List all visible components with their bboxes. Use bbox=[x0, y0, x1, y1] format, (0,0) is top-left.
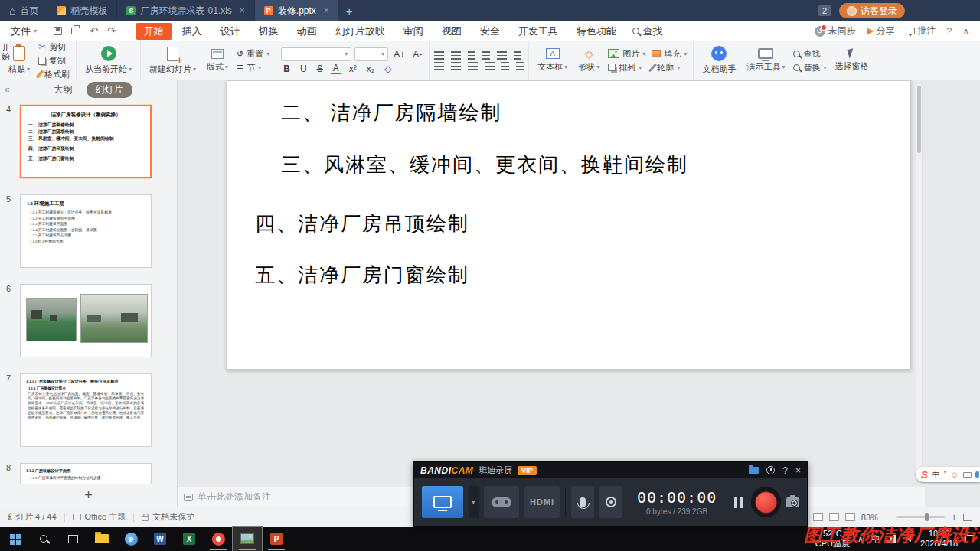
tab-view[interactable]: 视图 bbox=[433, 23, 470, 40]
replace-button[interactable]: 替换▾ bbox=[792, 62, 828, 73]
slide-thumbnail-7[interactable]: 1.1.1 厂房装修设计简介：设计任务、绘图方法及标准 1.1.1 厂房装修设计… bbox=[20, 373, 152, 447]
close-icon[interactable]: × bbox=[795, 465, 801, 476]
new-tab-button[interactable]: + bbox=[338, 5, 361, 18]
vertical-scrollbar[interactable] bbox=[916, 83, 923, 482]
ime-language-toggle[interactable]: 中 bbox=[932, 469, 940, 481]
align-right-icon[interactable] bbox=[468, 62, 478, 70]
sogou-logo[interactable]: S bbox=[921, 469, 928, 481]
justify-icon[interactable] bbox=[485, 62, 495, 70]
columns-icon[interactable] bbox=[516, 62, 524, 70]
excel-button[interactable]: X bbox=[175, 527, 204, 551]
protection-indicator[interactable]: 文档未保护 bbox=[134, 511, 202, 523]
superscript-button[interactable]: x² bbox=[347, 64, 359, 74]
outline-button[interactable]: 轮廓▾ bbox=[650, 62, 688, 73]
decrease-indent-icon[interactable] bbox=[468, 51, 475, 60]
tab-transition[interactable]: 切换 bbox=[250, 23, 287, 40]
tab-animation[interactable]: 动画 bbox=[289, 23, 325, 40]
keyboard-icon[interactable] bbox=[963, 472, 972, 478]
close-tab-icon[interactable]: × bbox=[324, 5, 329, 16]
recorder-app-button[interactable] bbox=[204, 527, 233, 551]
sync-status-button[interactable]: ↺ 未同步 bbox=[815, 24, 856, 37]
output-folder-icon[interactable] bbox=[749, 467, 759, 474]
action-center-icon[interactable] bbox=[965, 535, 975, 543]
save-icon[interactable] bbox=[54, 27, 62, 35]
taskbar-search-button[interactable] bbox=[29, 527, 58, 551]
format-painter-button[interactable]: 格式刷 bbox=[37, 69, 71, 80]
schedule-icon[interactable] bbox=[766, 466, 775, 474]
start-button[interactable] bbox=[0, 527, 29, 551]
tab-review[interactable]: 审阅 bbox=[395, 23, 432, 40]
slide-text-line[interactable]: 五、洁净厂房门窗绘制 bbox=[255, 262, 469, 289]
tray-expand-icon[interactable]: ∧ bbox=[858, 534, 864, 544]
align-center-icon[interactable] bbox=[451, 62, 461, 70]
text-direction-icon[interactable] bbox=[514, 51, 521, 60]
find-button[interactable]: 查找 bbox=[792, 48, 828, 60]
file-explorer-button[interactable] bbox=[87, 527, 116, 551]
tab-slides[interactable]: 幻灯片 bbox=[87, 82, 132, 98]
add-slide-button[interactable]: + bbox=[72, 487, 105, 504]
tab-docer[interactable]: 稻壳模板 bbox=[47, 0, 116, 21]
arrange-button[interactable]: 排列▾ bbox=[606, 62, 647, 73]
clock-widget[interactable]: 10:45 2020/4/18 bbox=[920, 529, 958, 549]
strikethrough-button[interactable]: S bbox=[315, 64, 325, 74]
underline-button[interactable]: U bbox=[298, 64, 309, 74]
pause-button[interactable] bbox=[731, 497, 746, 508]
tab-slideshow[interactable]: 幻灯片放映 bbox=[327, 23, 394, 40]
slide-thumbnail-5[interactable]: 1.1 环境施工工期 1.1.1 开工时建设简介：设计任务、绘图方法及标准 1.… bbox=[20, 194, 152, 268]
photos-app-button[interactable] bbox=[233, 527, 262, 551]
help-icon[interactable]: ? bbox=[782, 465, 788, 476]
tab-insert[interactable]: 插入 bbox=[174, 23, 211, 40]
find-menu-button[interactable]: 查找 bbox=[632, 24, 663, 38]
zoom-out-button[interactable]: − bbox=[884, 511, 890, 523]
microphone-toggle[interactable] bbox=[571, 486, 594, 518]
tab-document-xls[interactable]: S 厂房环境需求表-01.xls × bbox=[116, 0, 253, 21]
tab-features[interactable]: 特色功能 bbox=[568, 23, 625, 40]
visitor-login-button[interactable]: 访客登录 bbox=[839, 3, 905, 18]
task-view-button[interactable] bbox=[58, 527, 87, 551]
reading-view-icon[interactable] bbox=[829, 513, 839, 521]
copy-button[interactable]: 复制 bbox=[37, 55, 71, 67]
powerpoint-button[interactable]: P bbox=[262, 527, 291, 551]
tab-home[interactable]: ⌂ 首页 bbox=[0, 0, 47, 21]
collapse-panel-icon[interactable]: « bbox=[5, 84, 10, 95]
collapse-ribbon-icon[interactable]: ∧ bbox=[962, 26, 969, 37]
tab-document-pptx[interactable]: P 装修.pptx × bbox=[254, 0, 338, 21]
presentation-tools-button[interactable]: 演示工具▾ bbox=[743, 48, 789, 73]
play-from-current-button[interactable]: 从当前开始▾ bbox=[81, 46, 136, 75]
bullet-list-icon[interactable] bbox=[434, 51, 444, 60]
selection-pane-button[interactable]: 选择窗格 bbox=[831, 49, 872, 72]
game-recording-mode-button[interactable] bbox=[484, 486, 519, 518]
close-tab-icon[interactable]: × bbox=[240, 5, 245, 16]
undo-icon[interactable]: ↶ bbox=[90, 25, 98, 37]
file-menu[interactable]: 文件 ▾ bbox=[0, 24, 44, 38]
zoom-slider[interactable] bbox=[896, 516, 945, 518]
subscript-button[interactable]: x₂ bbox=[364, 64, 377, 74]
font-size-select[interactable]: ▾ bbox=[354, 47, 388, 61]
distribute-icon[interactable] bbox=[501, 62, 509, 70]
new-slide-button[interactable]: 新建幻灯片▾ bbox=[145, 47, 200, 75]
picture-button[interactable]: 图片▾ bbox=[606, 48, 647, 60]
bold-button[interactable]: B bbox=[281, 64, 292, 74]
fill-button[interactable]: 填充▾ bbox=[650, 48, 688, 60]
increase-indent-icon[interactable] bbox=[482, 51, 490, 60]
word-button[interactable]: W bbox=[145, 527, 175, 551]
reset-button[interactable]: ↺重置▾ bbox=[235, 48, 271, 60]
textbox-button[interactable]: A 文本框▾ bbox=[534, 48, 571, 73]
increase-font-button[interactable]: A+ bbox=[391, 49, 407, 60]
webcam-toggle[interactable] bbox=[599, 486, 622, 518]
mic-icon[interactable] bbox=[975, 471, 979, 478]
help-icon[interactable]: ? bbox=[947, 26, 952, 37]
font-color-button[interactable]: A bbox=[331, 64, 341, 74]
slide-thumbnail-8[interactable]: 1.1.2 厂房装修设计平面图 1.1.2 厂房装修设计平面图的绘制方法与步骤 bbox=[20, 463, 152, 484]
ime-punctuation-toggle[interactable]: ” bbox=[944, 470, 947, 479]
redo-icon[interactable]: ↷ bbox=[107, 25, 116, 37]
line-spacing-icon[interactable] bbox=[497, 51, 507, 60]
emoji-icon[interactable]: ☺ bbox=[950, 470, 959, 479]
minimized-windows-badge[interactable]: 2 bbox=[818, 5, 831, 16]
device-recording-mode-button[interactable]: HDMI bbox=[524, 486, 560, 518]
print-icon[interactable] bbox=[71, 28, 80, 34]
layout-button[interactable]: 版式▾ bbox=[203, 49, 232, 73]
slide-editing-surface[interactable]: 二、 洁净厂房隔墙绘制 三、风淋室、缓冲间、更衣间、换鞋间绘制 四、洁净厂房吊顶… bbox=[227, 80, 911, 370]
network-icon[interactable] bbox=[887, 535, 896, 543]
sogou-ime-bar[interactable]: S 中 ” ☺ bbox=[916, 467, 980, 482]
